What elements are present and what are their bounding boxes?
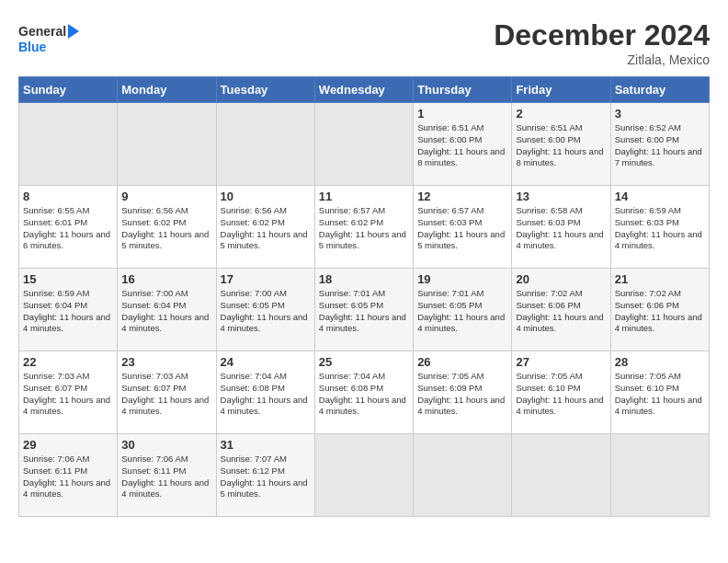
calendar-week-row: 15Sunrise: 6:59 AMSunset: 6:04 PMDayligh… [19, 269, 710, 351]
calendar-cell: 18Sunrise: 7:01 AMSunset: 6:05 PMDayligh… [314, 269, 413, 351]
day-header-monday: Monday [118, 77, 216, 103]
calendar-week-row: 29Sunrise: 7:06 AMSunset: 6:11 PMDayligh… [19, 434, 710, 517]
day-info: Sunrise: 7:03 AMSunset: 6:07 PMDaylight:… [23, 371, 113, 418]
calendar-cell: 8Sunrise: 6:55 AMSunset: 6:01 PMDaylight… [19, 186, 118, 269]
day-info: Sunrise: 7:05 AMSunset: 6:09 PMDaylight:… [417, 371, 507, 418]
calendar-cell: 9Sunrise: 6:56 AMSunset: 6:02 PMDaylight… [118, 186, 216, 269]
day-number: 13 [516, 190, 606, 203]
day-number: 9 [121, 190, 211, 203]
month-title: December 2024 [494, 18, 710, 52]
day-number: 3 [615, 107, 705, 121]
day-number: 27 [516, 355, 606, 369]
day-number: 21 [615, 272, 705, 286]
day-number: 14 [615, 190, 705, 203]
day-info: Sunrise: 7:05 AMSunset: 6:10 PMDaylight:… [516, 371, 606, 418]
day-info: Sunrise: 6:57 AMSunset: 6:02 PMDaylight:… [319, 205, 409, 252]
calendar-header-row: SundayMondayTuesdayWednesdayThursdayFrid… [19, 77, 710, 103]
calendar-cell: 24Sunrise: 7:04 AMSunset: 6:08 PMDayligh… [216, 351, 314, 434]
calendar-cell [610, 434, 709, 517]
day-number: 29 [23, 438, 113, 452]
logo-general: General [18, 24, 66, 40]
calendar-cell [414, 434, 512, 517]
calendar-cell: 25Sunrise: 7:04 AMSunset: 6:08 PMDayligh… [314, 351, 413, 434]
calendar-cell: 17Sunrise: 7:00 AMSunset: 6:05 PMDayligh… [216, 269, 314, 351]
day-number: 2 [516, 107, 606, 121]
calendar-cell: 1Sunrise: 6:51 AMSunset: 6:00 PMDaylight… [414, 103, 512, 186]
calendar-cell: 3Sunrise: 6:52 AMSunset: 6:00 PMDaylight… [610, 103, 709, 186]
day-number: 10 [221, 190, 311, 203]
day-info: Sunrise: 6:51 AMSunset: 6:00 PMDaylight:… [516, 122, 606, 169]
day-info: Sunrise: 6:52 AMSunset: 6:00 PMDaylight:… [615, 122, 705, 169]
calendar-week-row: 8Sunrise: 6:55 AMSunset: 6:01 PMDaylight… [19, 186, 710, 269]
day-info: Sunrise: 6:55 AMSunset: 6:01 PMDaylight:… [23, 205, 113, 252]
calendar-cell [19, 103, 118, 186]
location-subtitle: Zitlala, Mexico [494, 52, 710, 67]
day-number: 18 [319, 272, 409, 286]
calendar-cell [118, 103, 216, 186]
calendar-cell: 22Sunrise: 7:03 AMSunset: 6:07 PMDayligh… [19, 351, 118, 434]
title-block: December 2024 Zitlala, Mexico [494, 18, 710, 67]
day-info: Sunrise: 6:56 AMSunset: 6:02 PMDaylight:… [221, 205, 311, 252]
day-info: Sunrise: 7:02 AMSunset: 6:06 PMDaylight:… [615, 288, 705, 335]
day-info: Sunrise: 6:58 AMSunset: 6:03 PMDaylight:… [516, 205, 606, 252]
day-header-saturday: Saturday [610, 77, 709, 103]
day-info: Sunrise: 7:06 AMSunset: 6:11 PMDaylight:… [121, 454, 211, 500]
day-number: 19 [417, 272, 507, 286]
day-number: 25 [319, 355, 409, 369]
calendar-week-row: 1Sunrise: 6:51 AMSunset: 6:00 PMDaylight… [19, 103, 710, 186]
calendar-cell [314, 434, 413, 517]
day-info: Sunrise: 7:00 AMSunset: 6:05 PMDaylight:… [221, 288, 311, 335]
day-info: Sunrise: 7:00 AMSunset: 6:04 PMDaylight:… [121, 288, 211, 335]
day-number: 15 [23, 272, 113, 286]
calendar-cell [314, 103, 413, 186]
calendar-cell: 30Sunrise: 7:06 AMSunset: 6:11 PMDayligh… [118, 434, 216, 517]
logo: General Blue [18, 18, 101, 60]
day-number: 16 [121, 272, 211, 286]
calendar-table: SundayMondayTuesdayWednesdayThursdayFrid… [18, 76, 710, 517]
calendar-cell: 29Sunrise: 7:06 AMSunset: 6:11 PMDayligh… [19, 434, 118, 517]
calendar-cell: 12Sunrise: 6:57 AMSunset: 6:03 PMDayligh… [414, 186, 512, 269]
calendar-cell: 27Sunrise: 7:05 AMSunset: 6:10 PMDayligh… [512, 351, 610, 434]
calendar-cell [216, 103, 314, 186]
calendar-week-row: 22Sunrise: 7:03 AMSunset: 6:07 PMDayligh… [19, 351, 710, 434]
calendar-cell: 16Sunrise: 7:00 AMSunset: 6:04 PMDayligh… [118, 269, 216, 351]
day-info: Sunrise: 7:04 AMSunset: 6:08 PMDaylight:… [221, 371, 311, 418]
calendar-cell: 13Sunrise: 6:58 AMSunset: 6:03 PMDayligh… [512, 186, 610, 269]
day-number: 12 [417, 190, 507, 203]
calendar-cell: 11Sunrise: 6:57 AMSunset: 6:02 PMDayligh… [314, 186, 413, 269]
day-info: Sunrise: 7:02 AMSunset: 6:06 PMDaylight:… [516, 288, 606, 335]
calendar-cell: 15Sunrise: 6:59 AMSunset: 6:04 PMDayligh… [19, 269, 118, 351]
day-info: Sunrise: 7:04 AMSunset: 6:08 PMDaylight:… [319, 371, 409, 418]
day-info: Sunrise: 7:07 AMSunset: 6:12 PMDaylight:… [221, 454, 311, 500]
day-number: 8 [23, 190, 113, 203]
day-info: Sunrise: 6:57 AMSunset: 6:03 PMDaylight:… [417, 205, 507, 252]
calendar-cell: 28Sunrise: 7:05 AMSunset: 6:10 PMDayligh… [610, 351, 709, 434]
day-header-friday: Friday [512, 77, 610, 103]
calendar-cell: 20Sunrise: 7:02 AMSunset: 6:06 PMDayligh… [512, 269, 610, 351]
day-number: 17 [221, 272, 311, 286]
day-info: Sunrise: 7:03 AMSunset: 6:07 PMDaylight:… [121, 371, 211, 418]
day-header-sunday: Sunday [19, 77, 118, 103]
calendar-cell: 21Sunrise: 7:02 AMSunset: 6:06 PMDayligh… [610, 269, 709, 351]
day-number: 26 [417, 355, 507, 369]
logo-arrow-icon [68, 24, 79, 39]
logo-blue: Blue [18, 40, 79, 55]
calendar-cell: 31Sunrise: 7:07 AMSunset: 6:12 PMDayligh… [216, 434, 314, 517]
day-number: 1 [417, 107, 507, 121]
calendar-cell [512, 434, 610, 517]
day-info: Sunrise: 6:59 AMSunset: 6:03 PMDaylight:… [615, 205, 705, 252]
day-info: Sunrise: 6:59 AMSunset: 6:04 PMDaylight:… [23, 288, 113, 335]
day-header-wednesday: Wednesday [314, 77, 413, 103]
calendar-cell: 26Sunrise: 7:05 AMSunset: 6:09 PMDayligh… [414, 351, 512, 434]
day-number: 22 [23, 355, 113, 369]
day-number: 11 [319, 190, 409, 203]
calendar-cell: 2Sunrise: 6:51 AMSunset: 6:00 PMDaylight… [512, 103, 610, 186]
calendar-cell: 14Sunrise: 6:59 AMSunset: 6:03 PMDayligh… [610, 186, 709, 269]
page-header: General Blue December 2024 Zitlala, Mexi… [18, 18, 710, 67]
day-info: Sunrise: 6:56 AMSunset: 6:02 PMDaylight:… [121, 205, 211, 252]
day-number: 31 [221, 438, 311, 452]
day-info: Sunrise: 7:01 AMSunset: 6:05 PMDaylight:… [319, 288, 409, 335]
calendar-cell: 23Sunrise: 7:03 AMSunset: 6:07 PMDayligh… [118, 351, 216, 434]
day-number: 24 [221, 355, 311, 369]
day-header-thursday: Thursday [414, 77, 512, 103]
